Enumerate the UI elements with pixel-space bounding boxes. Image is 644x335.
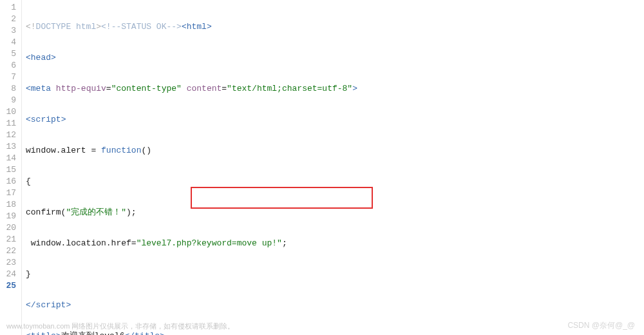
code-line: <head> bbox=[26, 52, 644, 64]
code-token: html bbox=[187, 22, 207, 32]
code-token: < bbox=[26, 331, 31, 335]
code-token: <!--STATUS OK--> bbox=[101, 22, 182, 32]
code-line: <meta http-equiv="content-type" content=… bbox=[26, 83, 644, 95]
line-number: 10 bbox=[4, 106, 16, 118]
code-token: <! bbox=[26, 22, 36, 32]
line-number: 19 bbox=[4, 211, 16, 222]
code-token: = bbox=[222, 84, 227, 93]
code-token: > bbox=[352, 84, 357, 93]
code-token: "text/html;charset=utf-8" bbox=[227, 84, 352, 93]
code-token: { bbox=[26, 177, 31, 186]
line-number: 8 bbox=[4, 83, 16, 95]
code-line: <title>欢迎来到level6</title> bbox=[26, 330, 644, 335]
line-number: 6 bbox=[4, 60, 16, 72]
line-number: 13 bbox=[4, 141, 16, 153]
code-token: function bbox=[101, 146, 141, 155]
code-token: > bbox=[61, 115, 66, 124]
code-line: window.location.href="level7.php?keyword… bbox=[26, 238, 644, 249]
code-token: } bbox=[26, 269, 31, 279]
line-number: 22 bbox=[4, 245, 16, 257]
code-token: content bbox=[187, 84, 222, 93]
code-token: < bbox=[26, 53, 31, 62]
line-number: 23 bbox=[4, 257, 16, 269]
code-token: 欢迎来到level6 bbox=[61, 331, 125, 335]
line-number: 12 bbox=[4, 129, 16, 141]
code-line: } bbox=[26, 269, 644, 280]
code-editor: 1234567891011121314151617181920212223242… bbox=[0, 0, 644, 335]
code-token: window.location.href= bbox=[26, 238, 137, 248]
line-number: 4 bbox=[4, 37, 16, 48]
code-token: head bbox=[31, 53, 51, 62]
code-token: script bbox=[36, 300, 66, 310]
code-token: < bbox=[182, 22, 187, 32]
code-token: > bbox=[96, 22, 101, 32]
code-token: < bbox=[26, 84, 31, 93]
code-token: meta bbox=[31, 84, 56, 93]
line-number: 24 bbox=[4, 269, 16, 280]
code-token: confirm( bbox=[26, 207, 66, 217]
code-token: title bbox=[31, 331, 56, 335]
code-line: confirm("完成的不错！"); bbox=[26, 207, 644, 218]
code-token: > bbox=[51, 53, 56, 62]
code-token bbox=[182, 84, 187, 93]
line-number: 5 bbox=[4, 48, 16, 60]
watermark-left: www.toymoban.com 网络图片仅供展示，非存储，如有侵权请联系删除。 bbox=[6, 321, 234, 331]
code-token: window.alert = bbox=[26, 146, 101, 155]
line-number: 7 bbox=[4, 72, 16, 83]
code-area: <!DOCTYPE html><!--STATUS OK--><html> <h… bbox=[22, 0, 644, 335]
code-token: "完成的不错！" bbox=[66, 207, 126, 217]
line-number: 3 bbox=[4, 25, 16, 37]
code-token: > bbox=[66, 300, 71, 310]
line-number: 14 bbox=[4, 153, 16, 164]
line-number: 18 bbox=[4, 199, 16, 211]
code-token: </ bbox=[26, 300, 36, 310]
code-token: script bbox=[31, 115, 61, 124]
watermark-right: CSDN @奈何@_@ bbox=[567, 320, 635, 331]
code-token: ; bbox=[282, 238, 287, 248]
line-number: 25 bbox=[4, 280, 16, 292]
code-token: > bbox=[160, 331, 165, 335]
line-number: 17 bbox=[4, 187, 16, 199]
code-token: "level7.php?keyword=move up!" bbox=[137, 238, 282, 248]
code-token: = bbox=[106, 84, 111, 93]
line-number: 21 bbox=[4, 234, 16, 245]
line-number: 2 bbox=[4, 14, 16, 25]
code-token: > bbox=[56, 331, 61, 335]
code-line: </script> bbox=[26, 300, 644, 311]
code-line: <script> bbox=[26, 114, 644, 126]
code-token: title bbox=[135, 331, 160, 335]
line-number-gutter: 1234567891011121314151617181920212223242… bbox=[0, 0, 22, 335]
code-token: http-equiv bbox=[56, 84, 106, 93]
code-token: < bbox=[26, 115, 31, 124]
code-token: > bbox=[207, 22, 212, 32]
code-token: DOCTYPE html bbox=[36, 22, 97, 32]
code-line: { bbox=[26, 176, 644, 187]
line-number: 16 bbox=[4, 176, 16, 187]
line-number: 20 bbox=[4, 222, 16, 234]
code-token: () bbox=[141, 146, 151, 155]
code-line: window.alert = function() bbox=[26, 145, 644, 157]
code-token: </ bbox=[124, 331, 135, 335]
code-token: "content-type" bbox=[111, 84, 182, 93]
line-number: 9 bbox=[4, 95, 16, 106]
line-number: 11 bbox=[4, 118, 16, 129]
code-token: ); bbox=[126, 207, 137, 217]
line-number: 1 bbox=[4, 2, 16, 14]
line-number: 15 bbox=[4, 164, 16, 176]
code-line: <!DOCTYPE html><!--STATUS OK--><html> bbox=[26, 21, 644, 33]
